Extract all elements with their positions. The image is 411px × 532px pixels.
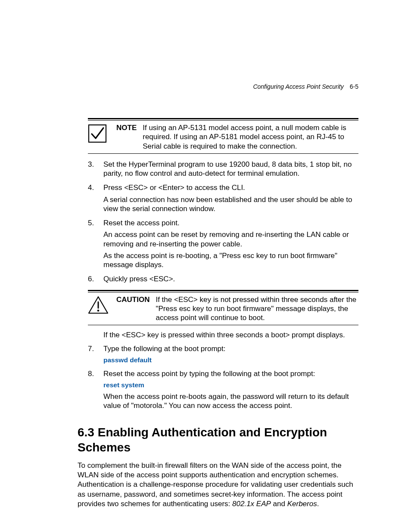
step-number: 4. bbox=[78, 183, 103, 216]
step-text: Quickly press <ESC>. bbox=[103, 274, 358, 283]
step-4: 4. Press <ESC> or <Enter> to access the … bbox=[78, 183, 358, 216]
step-text: When the access point re-boots again, th… bbox=[103, 392, 358, 411]
step-text: An access point can be reset by removing… bbox=[103, 230, 358, 249]
step-list: 3. Set the HyperTerminal program to use … bbox=[78, 160, 358, 286]
header-title: Configuring Access Point Security bbox=[253, 83, 343, 91]
step-list-2: 7. Type the following at the boot prompt… bbox=[78, 344, 358, 413]
step-text: As the access point is re-booting, a "Pr… bbox=[103, 251, 358, 270]
command-text: reset system bbox=[103, 381, 358, 389]
term-kerberos: Kerberos bbox=[287, 500, 317, 508]
step-text: Set the HyperTerminal program to use 192… bbox=[103, 160, 358, 178]
para-and: and bbox=[271, 500, 287, 508]
step-text: Reset the access point by typing the fol… bbox=[103, 369, 358, 378]
step-number: 3. bbox=[78, 160, 103, 181]
after-esc-text: If the <ESC> key is pressed within three… bbox=[103, 330, 358, 339]
step-text: A serial connection has now been establi… bbox=[103, 195, 358, 214]
warning-icon bbox=[88, 295, 116, 323]
page-body: NOTE If using an AP-5131 model access po… bbox=[0, 0, 411, 509]
caution-callout: CAUTION If the <ESC> key is not pressed … bbox=[88, 290, 358, 326]
page-number: 6-5 bbox=[350, 83, 358, 91]
step-7: 7. Type the following at the boot prompt… bbox=[78, 344, 358, 367]
para-period: . bbox=[317, 500, 319, 508]
caution-label: CAUTION bbox=[116, 295, 156, 323]
step-text: Press <ESC> or <Enter> to access the CLI… bbox=[103, 183, 358, 192]
command-text: passwd default bbox=[103, 356, 358, 364]
note-text: If using an AP-5131 model access point, … bbox=[143, 123, 358, 151]
step-text: Type the following at the boot prompt: bbox=[103, 344, 358, 353]
checkmark-icon bbox=[88, 123, 116, 151]
step-8: 8. Reset the access point by typing the … bbox=[78, 369, 358, 413]
section-paragraph: To complement the built-in firewall filt… bbox=[78, 461, 358, 508]
step-5: 5. Reset the access point. An access poi… bbox=[78, 218, 358, 272]
step-number: 5. bbox=[78, 218, 103, 272]
term-eap: 802.1x EAP bbox=[232, 500, 271, 508]
caution-text: If the <ESC> key is not pressed within t… bbox=[156, 295, 358, 323]
note-callout: NOTE If using an AP-5131 model access po… bbox=[88, 118, 358, 154]
step-6: 6. Quickly press <ESC>. bbox=[78, 274, 358, 286]
svg-point-2 bbox=[97, 309, 100, 311]
note-label: NOTE bbox=[116, 123, 143, 151]
step-3: 3. Set the HyperTerminal program to use … bbox=[78, 160, 358, 181]
step-number: 8. bbox=[78, 369, 103, 413]
running-header: Configuring Access Point Security 6-5 bbox=[253, 83, 358, 91]
step-text: Reset the access point. bbox=[103, 218, 358, 227]
step-number: 7. bbox=[78, 344, 103, 367]
section-heading: 6.3 Enabling Authentication and Encrypti… bbox=[78, 425, 358, 455]
step-number: 6. bbox=[78, 274, 103, 286]
